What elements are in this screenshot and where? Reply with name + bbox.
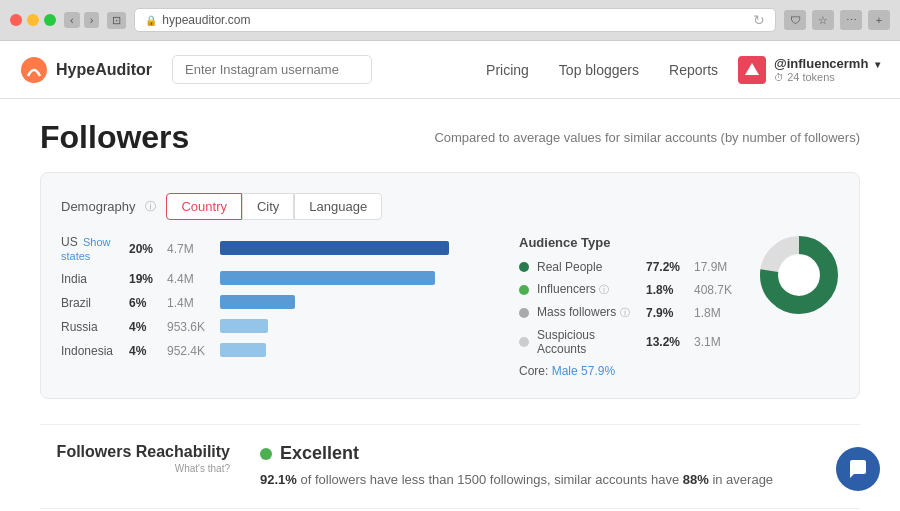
- comparison-text: Compared to average values for similar a…: [434, 130, 860, 145]
- donut-chart: [759, 235, 839, 315]
- country-row: US Show states 20% 4.7M: [61, 235, 489, 263]
- audience-pct: 13.2%: [646, 335, 686, 349]
- audience-pct: 7.9%: [646, 306, 686, 320]
- bar-container: [220, 241, 489, 257]
- nav-reports[interactable]: Reports: [669, 62, 718, 78]
- card-body: US Show states 20% 4.7M India 19% 4.4M B…: [61, 235, 839, 378]
- country-pct: 19%: [129, 272, 159, 286]
- audience-count: 1.8M: [694, 306, 739, 320]
- audience-label: Suspicious Accounts: [537, 328, 638, 356]
- bar: [220, 343, 266, 357]
- maximize-button[interactable]: [44, 14, 56, 26]
- audience-label: Influencers ⓘ: [537, 282, 638, 297]
- metric-reachability: Followers Reachability What's that? Exce…: [40, 424, 860, 508]
- show-states-link[interactable]: Show states: [61, 236, 111, 262]
- audience-table: Audience Type Real People 77.2% 17.9M In…: [519, 235, 739, 378]
- audience-title: Audience Type: [519, 235, 739, 250]
- token-count: ⏱ 24 tokens: [774, 71, 880, 83]
- close-button[interactable]: [10, 14, 22, 26]
- bar-container: [220, 319, 489, 335]
- card-header: Demography ⓘ Country City Language: [61, 193, 839, 220]
- traffic-lights: [10, 14, 56, 26]
- core-link[interactable]: Male 57.9%: [552, 364, 615, 378]
- tab-group: Country City Language: [166, 193, 382, 220]
- user-area[interactable]: @influencermh ▾ ⏱ 24 tokens: [738, 56, 880, 84]
- metric-status-text: Excellent: [280, 443, 359, 464]
- plus-button[interactable]: +: [868, 10, 890, 30]
- bar: [220, 241, 449, 255]
- metric-quality: Followers Quality What's that? Very Good…: [40, 508, 860, 512]
- country-val: 4.7M: [167, 242, 212, 256]
- country-val: 953.6K: [167, 320, 212, 334]
- lock-icon: 🔒: [145, 15, 157, 26]
- header-nav: Pricing Top bloggers Reports: [486, 62, 718, 78]
- search-input[interactable]: [172, 55, 372, 84]
- user-avatar: [738, 56, 766, 84]
- chat-icon: [847, 458, 869, 480]
- country-pct: 4%: [129, 320, 159, 334]
- dot-mass-followers: [519, 308, 529, 318]
- audience-section: Audience Type Real People 77.2% 17.9M In…: [519, 235, 839, 378]
- logo-text: HypeAuditor: [56, 61, 152, 79]
- minimize-button[interactable]: [27, 14, 39, 26]
- bar: [220, 271, 435, 285]
- audience-count: 408.7K: [694, 283, 739, 297]
- app-header: HypeAuditor Pricing Top bloggers Reports…: [0, 41, 900, 99]
- dot-influencers: [519, 285, 529, 295]
- country-name: Russia: [61, 320, 121, 334]
- audience-count: 17.9M: [694, 260, 739, 274]
- audience-row: Real People 77.2% 17.9M: [519, 260, 739, 274]
- browser-titlebar: ‹ › ⊡ 🔒 hypeauditor.com ↻ 🛡 ☆ ⋯ +: [0, 0, 900, 40]
- bar-container: [220, 295, 489, 311]
- metric-desc: 92.1% of followers have less than 1500 f…: [260, 470, 860, 490]
- dot-suspicious: [519, 337, 529, 347]
- main-content: Followers Compared to average values for…: [0, 99, 900, 511]
- country-pct: 20%: [129, 242, 159, 256]
- dot-real-people: [519, 262, 529, 272]
- tab-country[interactable]: Country: [166, 193, 242, 220]
- metric-title: Followers Reachability: [40, 443, 230, 461]
- window-button[interactable]: ⊡: [107, 12, 126, 29]
- country-val: 4.4M: [167, 272, 212, 286]
- audience-pct: 1.8%: [646, 283, 686, 297]
- nav-top-bloggers[interactable]: Top bloggers: [559, 62, 639, 78]
- browser-chrome: ‹ › ⊡ 🔒 hypeauditor.com ↻ 🛡 ☆ ⋯ +: [0, 0, 900, 41]
- back-button[interactable]: ‹: [64, 12, 80, 28]
- audience-label: Real People: [537, 260, 638, 274]
- metric-status: Excellent: [260, 443, 860, 464]
- tab-city[interactable]: City: [242, 193, 294, 220]
- username: @influencermh ▾: [774, 56, 880, 71]
- forward-button[interactable]: ›: [84, 12, 100, 28]
- user-info: @influencermh ▾ ⏱ 24 tokens: [774, 56, 880, 83]
- browser-nav-buttons: ‹ ›: [64, 12, 99, 28]
- chat-bubble[interactable]: [836, 447, 880, 491]
- audience-row: Mass followers ⓘ 7.9% 1.8M: [519, 305, 739, 320]
- country-name: US Show states: [61, 235, 121, 263]
- shield-button[interactable]: 🛡: [784, 10, 806, 30]
- country-val: 1.4M: [167, 296, 212, 310]
- audience-pct: 77.2%: [646, 260, 686, 274]
- star-button[interactable]: ☆: [812, 10, 834, 30]
- whats-that-link[interactable]: What's that?: [40, 463, 230, 474]
- address-bar[interactable]: 🔒 hypeauditor.com ↻: [134, 8, 776, 32]
- country-pct: 6%: [129, 296, 159, 310]
- nav-pricing[interactable]: Pricing: [486, 62, 529, 78]
- bar-container: [220, 343, 489, 359]
- core-text: Core: Male 57.9%: [519, 364, 739, 378]
- page-title: Followers: [40, 119, 189, 156]
- status-dot: [260, 448, 272, 460]
- avatar-icon: [743, 61, 761, 79]
- country-row: Russia 4% 953.6K: [61, 319, 489, 335]
- metric-value-area: Excellent 92.1% of followers have less t…: [260, 443, 860, 490]
- menu-button[interactable]: ⋯: [840, 10, 862, 30]
- tab-language[interactable]: Language: [294, 193, 382, 220]
- bar: [220, 295, 295, 309]
- info-icon: ⓘ: [145, 199, 156, 214]
- refresh-icon[interactable]: ↻: [753, 12, 765, 28]
- svg-point-7: [779, 255, 819, 295]
- bar: [220, 319, 268, 333]
- logo-icon: [20, 56, 48, 84]
- svg-marker-1: [745, 63, 759, 75]
- url-text: hypeauditor.com: [162, 13, 250, 27]
- audience-row: Suspicious Accounts 13.2% 3.1M: [519, 328, 739, 356]
